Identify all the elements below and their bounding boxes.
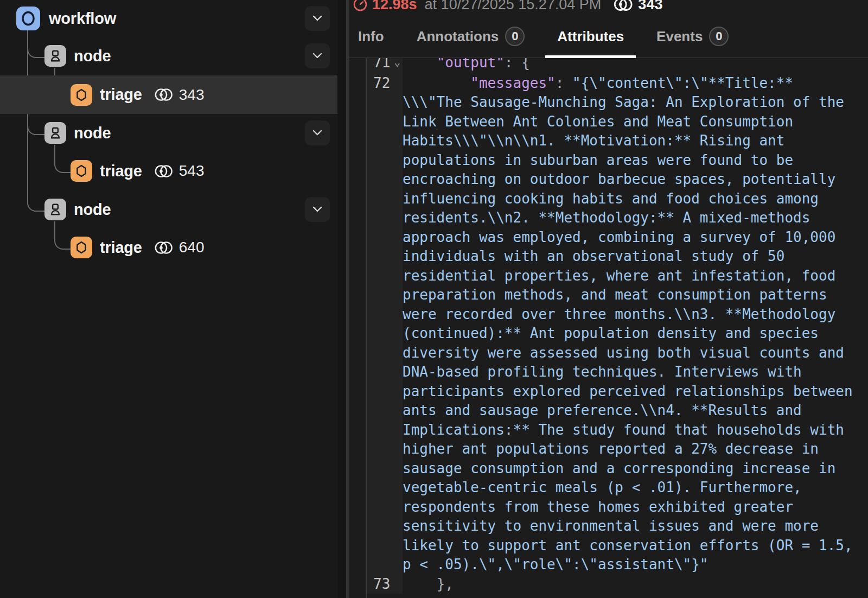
chevron-down-icon	[311, 202, 324, 217]
collapse-node-button[interactable]	[305, 197, 330, 222]
code-line: 72 "messages": "{\"content\":\"**Title:*…	[367, 74, 868, 575]
code-line: 73 },	[367, 575, 868, 594]
code-line: 71⌄ "output": {	[367, 58, 868, 74]
tab-events[interactable]: Events 0	[648, 15, 737, 58]
line-number-gutter: 71⌄	[367, 58, 403, 74]
line-number: 73	[373, 576, 390, 592]
sidebar-gap	[337, 0, 346, 598]
line-number-gutter: 73	[367, 575, 403, 594]
user-node-icon	[44, 199, 66, 220]
attributes-json-viewer[interactable]: 71⌄ "output": { 72 "messages": "{\"conte…	[366, 58, 868, 598]
tab-label: Events	[656, 28, 703, 45]
hexagon-triage-icon	[71, 84, 92, 106]
observation-count-icon	[154, 164, 174, 179]
tab-label: Annotations	[417, 28, 499, 45]
tree-label-triage: triage	[100, 162, 142, 180]
json-brace: {	[521, 58, 530, 71]
trace-tree-sidebar: workflow node triage 343	[0, 0, 337, 598]
tab-info[interactable]: Info	[349, 15, 393, 58]
json-key: "output"	[437, 58, 505, 71]
user-node-icon	[44, 122, 66, 144]
code-text: "messages": "{\"content\":\"**Title:** \…	[403, 74, 859, 575]
line-number-gutter: 72	[367, 74, 403, 575]
tree-row-node[interactable]: node	[0, 37, 337, 75]
events-count-badge: 0	[709, 27, 729, 46]
json-key: "messages"	[470, 75, 556, 91]
observation-count: 543	[179, 162, 205, 180]
tree-row-triage[interactable]: triage 343	[0, 75, 337, 114]
collapse-node-button[interactable]	[305, 120, 330, 145]
tree-label-triage: triage	[100, 86, 142, 104]
line-number: 71	[373, 58, 390, 71]
tree-row-node[interactable]: node	[0, 190, 337, 228]
collapse-workflow-button[interactable]	[305, 6, 330, 31]
hexagon-triage-icon	[71, 237, 92, 258]
chevron-down-icon	[311, 11, 324, 26]
tree-row-workflow[interactable]: workflow	[0, 3, 337, 34]
stopwatch-icon	[353, 0, 368, 16]
tab-label: Attributes	[557, 28, 624, 45]
tree-row-node[interactable]: node	[0, 114, 337, 152]
user-node-icon	[44, 45, 66, 67]
tree-label-workflow: workflow	[49, 10, 116, 28]
chevron-down-icon	[311, 126, 324, 141]
observation-count-icon	[154, 240, 174, 255]
tab-label: Info	[358, 28, 384, 45]
tree-label-node: node	[74, 124, 111, 142]
observation-count-icon	[154, 87, 174, 102]
workflow-icon	[16, 7, 40, 30]
hexagon-triage-icon	[71, 160, 92, 182]
json-brace: },	[437, 576, 454, 592]
code-text: },	[403, 575, 859, 594]
code-text: "output": {	[403, 58, 859, 73]
span-observation-count: 343	[638, 0, 662, 13]
observation-count: 640	[179, 239, 205, 256]
span-timestamp: at 10/27/2025 15.27.04 PM	[425, 0, 602, 13]
json-string-value: "{\"content\":\"**Title:** \\\"The Sausa…	[403, 75, 861, 573]
tree-row-triage[interactable]: triage 640	[0, 228, 337, 266]
detail-tabs: Info Annotations 0 Attributes Events 0	[349, 15, 868, 58]
tree-label-node: node	[74, 201, 111, 219]
collapse-node-button[interactable]	[305, 43, 330, 68]
fold-chevron-icon[interactable]: ⌄	[394, 58, 400, 72]
tab-attributes[interactable]: Attributes	[548, 15, 633, 58]
chevron-down-icon	[311, 49, 324, 63]
observation-count-icon	[613, 0, 634, 12]
annotations-count-badge: 0	[505, 27, 525, 46]
line-number: 72	[373, 75, 390, 91]
tree-label-node: node	[74, 47, 111, 65]
span-duration: 12.98s	[372, 0, 417, 13]
tree-row-triage[interactable]: triage 543	[0, 152, 337, 190]
tree-label-triage: triage	[100, 239, 142, 257]
span-header: 12.98s at 10/27/2025 15.27.04 PM 343	[353, 0, 662, 15]
detail-panel: 12.98s at 10/27/2025 15.27.04 PM 343 Inf…	[349, 0, 868, 598]
observation-count: 343	[179, 86, 205, 104]
tab-annotations[interactable]: Annotations 0	[408, 15, 534, 58]
